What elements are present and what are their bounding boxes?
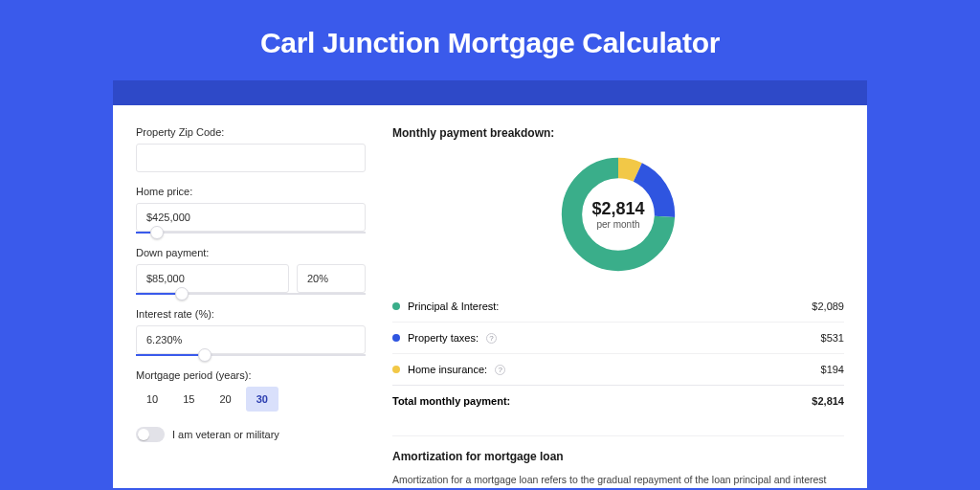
- legend-label: Principal & Interest:: [408, 301, 499, 312]
- legend-value: $531: [821, 332, 844, 344]
- interest-label: Interest rate (%):: [136, 308, 366, 320]
- legend-label: Property taxes:: [408, 332, 479, 344]
- header-stripe: [113, 80, 867, 105]
- legend-value: $194: [821, 364, 844, 375]
- interest-input[interactable]: [136, 325, 366, 354]
- page-title: Carl Junction Mortgage Calculator: [0, 0, 980, 80]
- down-payment-slider-thumb[interactable]: [175, 287, 189, 301]
- home-price-field-group: Home price:: [136, 186, 366, 234]
- period-button-30[interactable]: 30: [246, 387, 278, 412]
- period-field-group: Mortgage period (years): 10152030: [136, 369, 366, 412]
- donut-container: $2,814 per month: [392, 153, 844, 276]
- breakdown-title: Monthly payment breakdown:: [392, 126, 844, 140]
- calculator-card: Property Zip Code: Home price: Down paym…: [113, 105, 867, 488]
- total-row: Total monthly payment: $2,814: [392, 385, 844, 416]
- total-label: Total monthly payment:: [392, 395, 510, 407]
- home-price-slider-thumb[interactable]: [150, 226, 164, 239]
- info-icon[interactable]: ?: [486, 333, 497, 344]
- amortization-title: Amortization for mortgage loan: [392, 435, 844, 463]
- veteran-label: I am veteran or military: [172, 429, 279, 440]
- down-payment-pct-input[interactable]: [297, 264, 366, 293]
- interest-field-group: Interest rate (%):: [136, 308, 366, 356]
- period-label: Mortgage period (years):: [136, 369, 366, 381]
- legend: Principal & Interest:$2,089Property taxe…: [392, 291, 844, 385]
- home-price-label: Home price:: [136, 186, 366, 197]
- veteran-toggle-knob: [138, 429, 149, 440]
- period-buttons: 10152030: [136, 387, 366, 412]
- down-payment-label: Down payment:: [136, 247, 366, 258]
- yellow-dot-icon: [392, 366, 400, 373]
- interest-slider[interactable]: [136, 354, 366, 356]
- legend-row-2: Home insurance:?$194: [392, 353, 844, 385]
- amortization-text: Amortization for a mortgage loan refers …: [392, 473, 844, 488]
- period-button-20[interactable]: 20: [210, 387, 242, 412]
- blue-dot-icon: [392, 334, 400, 342]
- interest-slider-thumb[interactable]: [198, 348, 212, 362]
- donut-center-value: $2,814: [591, 199, 644, 219]
- zip-field-group: Property Zip Code:: [136, 126, 366, 172]
- period-button-10[interactable]: 10: [136, 387, 168, 412]
- legend-value: $2,089: [812, 301, 844, 312]
- home-price-slider[interactable]: [136, 232, 366, 234]
- down-payment-input[interactable]: [136, 264, 289, 293]
- input-panel: Property Zip Code: Home price: Down paym…: [136, 126, 366, 488]
- donut-center-sub: per month: [596, 219, 639, 230]
- green-dot-icon: [392, 302, 400, 310]
- zip-label: Property Zip Code:: [136, 126, 366, 138]
- veteran-toggle[interactable]: [136, 427, 165, 442]
- breakdown-panel: Monthly payment breakdown: $2,814 per mo…: [392, 126, 844, 488]
- total-value: $2,814: [812, 395, 844, 407]
- legend-row-0: Principal & Interest:$2,089: [392, 291, 844, 322]
- payment-donut-chart: $2,814 per month: [557, 153, 679, 276]
- legend-row-1: Property taxes:?$531: [392, 322, 844, 353]
- info-icon[interactable]: ?: [495, 365, 505, 375]
- down-payment-field-group: Down payment:: [136, 247, 366, 295]
- zip-input[interactable]: [136, 144, 366, 172]
- legend-label: Home insurance:: [408, 364, 487, 375]
- period-button-15[interactable]: 15: [172, 387, 205, 412]
- home-price-input[interactable]: [136, 203, 366, 232]
- down-payment-slider[interactable]: [136, 293, 366, 295]
- veteran-row: I am veteran or military: [136, 427, 366, 442]
